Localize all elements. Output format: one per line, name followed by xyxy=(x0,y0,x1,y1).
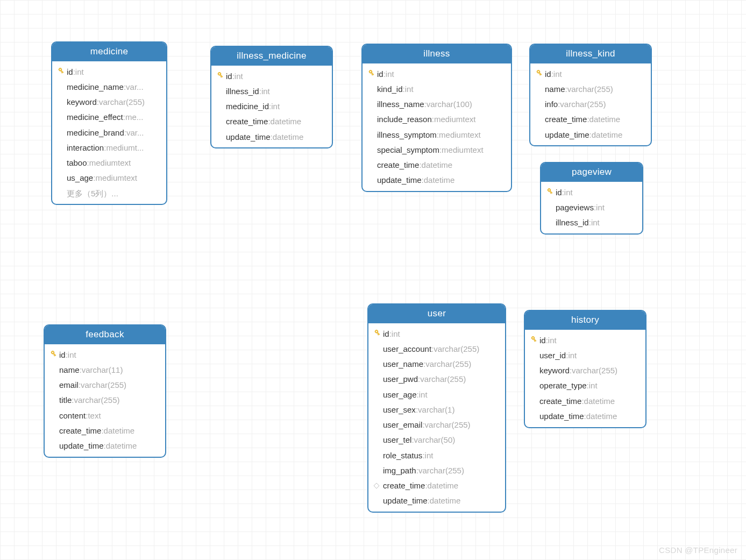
field-row[interactable]: update_time: datetime xyxy=(211,129,332,144)
field-row[interactable]: create_time: datetime xyxy=(363,158,511,173)
field-row[interactable]: update_time: datetime xyxy=(363,173,511,188)
field-icon-blank xyxy=(366,100,375,109)
field-row[interactable]: id: int xyxy=(530,66,651,81)
field-name: name xyxy=(545,83,565,95)
field-icon-blank xyxy=(528,396,538,406)
field-row[interactable]: keyword: varchar(255) xyxy=(52,95,166,110)
field-type: int xyxy=(553,68,562,80)
field-row[interactable]: id: int xyxy=(45,347,165,362)
field-row[interactable]: create_time: datetime xyxy=(45,423,165,438)
field-row[interactable]: illness_id: int xyxy=(211,83,332,98)
entity-title[interactable]: illness_medicine xyxy=(211,47,332,66)
entity-title[interactable]: illness xyxy=(363,45,511,63)
field-row[interactable]: illness_id: int xyxy=(541,215,642,230)
field-row[interactable]: medicine_effect: me... xyxy=(52,110,166,125)
entity-title[interactable]: illness_kind xyxy=(530,45,651,63)
field-row[interactable]: id: int xyxy=(525,332,645,348)
field-type: varchar(1) xyxy=(418,403,454,416)
field-row[interactable]: update_time: datetime xyxy=(45,438,165,453)
field-row[interactable]: info: varchar(255) xyxy=(530,97,651,112)
field-row[interactable]: user_email: varchar(255) xyxy=(368,417,505,433)
field-name: us_age xyxy=(67,172,93,184)
field-row[interactable]: pageviews: int xyxy=(541,200,642,215)
field-row[interactable]: role_status: int xyxy=(368,448,505,463)
entity-title[interactable]: pageview xyxy=(541,163,642,182)
field-name: create_time xyxy=(545,113,587,125)
entity-title[interactable]: user xyxy=(368,304,505,323)
entity-pageview[interactable]: pageviewid: intpageviews: intillness_id:… xyxy=(540,162,643,235)
field-row[interactable]: operate_type: int xyxy=(525,378,645,393)
field-row[interactable]: us_age: mediumtext xyxy=(52,171,166,186)
field-row[interactable]: medicine_id: int xyxy=(211,99,332,114)
field-row[interactable]: user_account: varchar(255) xyxy=(368,341,505,356)
primary-key-icon xyxy=(215,72,224,80)
field-row[interactable]: include_reason: mediumtext xyxy=(363,112,511,127)
field-row[interactable]: name: varchar(11) xyxy=(45,362,165,377)
field-row[interactable]: id: int xyxy=(52,64,166,79)
field-type: int xyxy=(261,85,270,97)
field-row[interactable]: id: int xyxy=(211,68,332,83)
field-name: kind_id xyxy=(377,83,403,95)
field-name: update_time xyxy=(226,131,271,143)
field-row[interactable]: user_sex: varchar(1) xyxy=(368,402,505,417)
field-name: update_time xyxy=(545,129,589,141)
field-icon-blank xyxy=(55,112,65,122)
field-row[interactable]: medicine_name: var... xyxy=(52,79,166,94)
field-row[interactable]: keyword: varchar(255) xyxy=(525,363,645,378)
field-row[interactable]: special_symptom: mediumtext xyxy=(363,142,511,157)
field-row[interactable]: user_tel: varchar(50) xyxy=(368,433,505,448)
field-row[interactable]: create_time: datetime xyxy=(530,112,651,127)
primary-key-icon xyxy=(48,350,58,359)
field-row[interactable]: user_pwd: varchar(255) xyxy=(368,372,505,387)
field-name: illness_id xyxy=(226,85,259,97)
field-icon-blank xyxy=(372,420,381,430)
field-type: var... xyxy=(126,81,144,93)
entity-illness_medicine[interactable]: illness_medicineid: intillness_id: intme… xyxy=(210,46,333,148)
field-row[interactable]: create_time: datetime xyxy=(525,393,645,408)
field-row[interactable]: illness_name: varchar(100) xyxy=(363,97,511,112)
field-row[interactable]: interaction: mediumt... xyxy=(52,140,166,155)
field-name: email xyxy=(59,379,79,391)
field-name: create_time xyxy=(383,479,425,492)
entity-user[interactable]: userid: intuser_account: varchar(255)use… xyxy=(367,303,506,513)
field-name: id xyxy=(383,328,389,340)
entity-title[interactable]: feedback xyxy=(45,325,165,344)
field-row[interactable]: id: int xyxy=(541,185,642,200)
field-row[interactable]: user_id: int xyxy=(525,348,645,363)
field-row[interactable]: id: int xyxy=(368,326,505,341)
field-row[interactable]: user_age: int xyxy=(368,387,505,402)
entity-history[interactable]: historyid: intuser_id: intkeyword: varch… xyxy=(524,310,646,428)
field-row[interactable]: update_time: datetime xyxy=(525,408,645,423)
field-row[interactable]: kind_id: int xyxy=(363,81,511,96)
field-row[interactable]: name: varchar(255) xyxy=(530,81,651,96)
field-icon-blank xyxy=(372,389,381,399)
field-row[interactable]: update_time: datetime xyxy=(530,127,651,142)
field-row[interactable]: taboo: mediumtext xyxy=(52,155,166,171)
field-row[interactable]: user_name: varchar(255) xyxy=(368,357,505,372)
field-type: int xyxy=(596,201,605,214)
field-type: int xyxy=(68,349,76,361)
field-row[interactable]: create_time: datetime xyxy=(211,114,332,129)
entity-title[interactable]: history xyxy=(525,311,645,330)
field-type: datetime xyxy=(430,494,461,507)
entity-medicine[interactable]: medicineid: intmedicine_name: var...keyw… xyxy=(51,41,167,205)
field-type: mediumtext xyxy=(95,172,137,184)
primary-key-icon xyxy=(544,187,554,197)
field-icon-blank xyxy=(544,202,554,212)
entity-illness[interactable]: illnessid: intkind_id: intillness_name: … xyxy=(361,44,512,192)
field-row[interactable]: img_path: varchar(255) xyxy=(368,463,505,478)
field-row[interactable]: email: varchar(255) xyxy=(45,378,165,393)
field-name: img_path xyxy=(383,464,416,477)
field-row[interactable]: title: varchar(255) xyxy=(45,393,165,408)
field-row[interactable]: create_time: datetime xyxy=(368,478,505,493)
entity-illness_kind[interactable]: illness_kindid: intname: varchar(255)inf… xyxy=(529,44,652,146)
field-row[interactable]: content: text xyxy=(45,408,165,423)
entity-title[interactable]: medicine xyxy=(52,42,166,61)
field-row[interactable]: illness_symptom: mediumtext xyxy=(363,127,511,142)
field-row[interactable]: id: int xyxy=(363,66,511,81)
primary-key-icon xyxy=(56,67,65,76)
entity-feedback[interactable]: feedbackid: intname: varchar(11)email: v… xyxy=(44,324,166,458)
more-columns-label[interactable]: 更多（5列）... xyxy=(52,186,166,201)
field-row[interactable]: update_time: datetime xyxy=(368,493,505,508)
field-row[interactable]: medicine_brand: var... xyxy=(52,125,166,140)
